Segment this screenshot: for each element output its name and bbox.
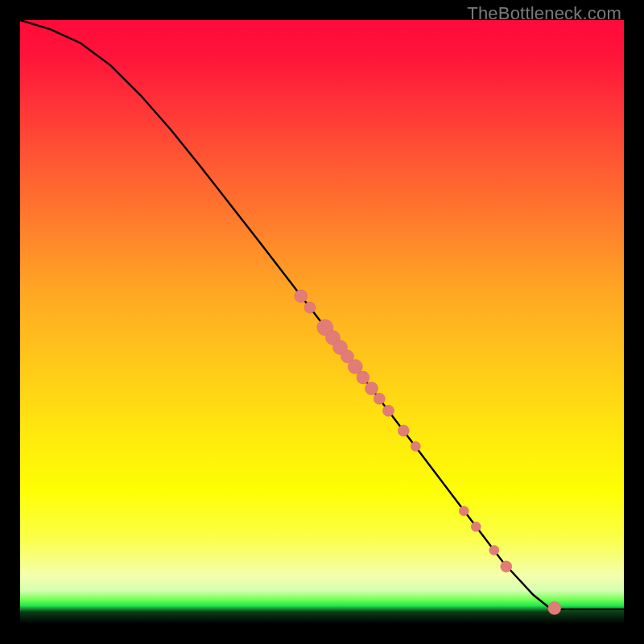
data-point xyxy=(383,405,394,416)
data-point xyxy=(357,371,369,384)
data-point xyxy=(317,320,333,336)
data-point xyxy=(548,602,561,615)
data-point xyxy=(398,425,409,436)
data-point xyxy=(333,341,348,355)
data-points-group xyxy=(295,290,561,615)
watermark-label: TheBottleneck.com xyxy=(467,3,621,24)
data-point xyxy=(374,393,385,404)
data-point xyxy=(341,350,354,363)
data-point xyxy=(411,442,420,452)
data-point xyxy=(348,360,362,374)
data-point xyxy=(365,382,378,395)
data-point xyxy=(304,302,316,313)
curve-layer xyxy=(20,20,624,624)
data-point xyxy=(295,290,308,303)
data-point xyxy=(489,546,499,555)
chart-stage: TheBottleneck.com xyxy=(0,0,644,644)
data-point xyxy=(459,506,469,516)
data-point xyxy=(326,331,341,345)
data-point xyxy=(501,561,512,572)
plot-area xyxy=(20,20,624,624)
bottleneck-curve xyxy=(20,20,624,609)
data-point xyxy=(471,522,481,531)
